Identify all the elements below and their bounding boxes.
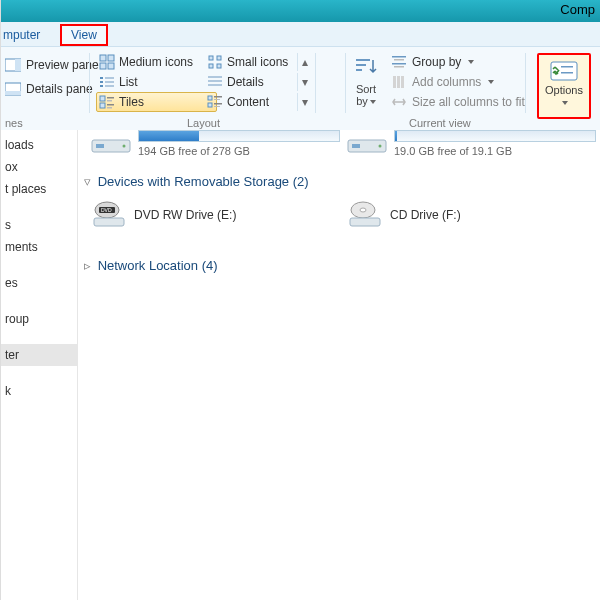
options-icon [550,61,578,81]
svg-point-48 [123,145,126,148]
svg-rect-27 [208,96,212,100]
chevron-down-icon [468,60,474,64]
svg-rect-18 [208,76,222,78]
cd-drive-icon [346,200,384,230]
separator-2 [315,53,316,113]
svg-rect-28 [214,96,222,98]
navigation-pane[interactable]: loads ox t places s ments es roup ter k [1,130,78,600]
body: loads ox t places s ments es roup ter k [1,130,600,600]
svg-rect-36 [392,56,406,58]
svg-rect-19 [208,80,222,82]
separator-1 [89,53,90,113]
category-removable[interactable]: ▿ Devices with Removable Storage (2) [82,174,309,189]
chevron-down-icon [562,101,568,105]
layout-expand[interactable]: ▾ [297,93,312,111]
svg-rect-29 [214,99,220,100]
svg-rect-15 [105,81,114,83]
svg-rect-55 [94,218,124,226]
medium-icons-icon [99,54,115,70]
group-by-button[interactable]: Group by [391,53,474,71]
ribbon: Preview pane Details pane nes Medium ico… [1,47,600,132]
svg-rect-26 [107,107,112,109]
group-by-icon [391,54,407,70]
svg-rect-8 [209,56,213,60]
svg-rect-23 [107,100,112,102]
svg-rect-41 [397,76,400,88]
separator-4 [525,53,526,113]
svg-rect-3 [5,91,21,95]
drive-tile[interactable]: 19.0 GB free of 19.1 GB [346,130,596,158]
chevron-down-icon [488,80,494,84]
svg-rect-6 [100,63,106,69]
details-pane-button[interactable]: Details pane [5,79,93,99]
device-dvd[interactable]: DVD DVD RW Drive (E:) [90,200,310,234]
svg-rect-4 [100,55,106,61]
svg-rect-22 [107,97,114,99]
layout-scroll-down[interactable]: ▾ [297,73,312,91]
chevron-down-icon [370,100,376,104]
svg-rect-14 [100,81,103,83]
svg-rect-33 [356,59,370,61]
separator-3 [345,53,346,113]
panes-group-label: nes [5,117,23,129]
preview-pane-button[interactable]: Preview pane [5,55,99,75]
details-pane-icon [5,81,21,97]
size-columns-button[interactable]: Size all columns to fit [391,93,525,111]
hdd-icon [90,130,132,158]
nav-item[interactable]: ox [1,156,77,178]
layout-group-label: Layout [187,117,220,129]
svg-text:DVD: DVD [101,207,112,213]
svg-point-51 [379,145,382,148]
dvd-drive-icon: DVD [90,200,128,230]
sort-icon [353,55,379,81]
add-columns-button[interactable]: Add columns [391,73,494,91]
svg-rect-20 [208,84,222,86]
svg-point-57 [360,208,366,212]
svg-rect-31 [214,103,222,105]
svg-rect-40 [393,76,396,88]
add-columns-icon [391,74,407,90]
nav-item[interactable]: roup [1,308,77,330]
list-icon [99,74,115,90]
device-cd[interactable]: CD Drive (F:) [346,200,566,234]
collapse-icon[interactable]: ▿ [82,174,92,189]
svg-rect-42 [401,76,404,88]
tiles-icon [99,94,115,110]
tab-computer[interactable]: mputer [0,25,50,45]
svg-rect-38 [392,63,406,65]
nav-item[interactable]: es [1,272,77,294]
svg-rect-50 [352,144,360,148]
size-columns-icon [391,94,407,110]
nav-item[interactable]: s [1,214,77,236]
svg-rect-17 [105,85,114,87]
svg-rect-34 [356,64,366,66]
layout-tiles[interactable]: Tiles [96,92,217,112]
svg-rect-13 [105,77,114,79]
drive-free-text: 194 GB free of 278 GB [138,145,250,157]
layout-scroll-up[interactable]: ▴ [297,53,312,71]
svg-rect-32 [214,106,220,107]
explorer-window: Comp mputer View Preview pane Details pa… [0,0,600,600]
window-title: Comp [560,2,595,17]
svg-rect-21 [100,96,105,101]
nav-item[interactable]: loads [1,134,77,156]
expand-icon[interactable]: ▹ [82,258,92,273]
drive-tile[interactable]: 194 GB free of 278 GB [90,130,340,158]
category-network[interactable]: ▹ Network Location (4) [82,258,218,273]
nav-item[interactable]: ments [1,236,77,258]
svg-rect-35 [356,69,362,71]
svg-rect-30 [208,103,212,107]
nav-item-computer[interactable]: ter [1,344,77,366]
options-button[interactable]: Options [537,53,591,119]
nav-item[interactable]: t places [1,178,77,200]
content-icon [207,94,223,110]
content-pane: 194 GB free of 278 GB 19.0 GB free of 19… [78,130,600,600]
nav-item[interactable]: k [1,380,77,402]
svg-rect-58 [350,218,380,226]
layout-medium-icons[interactable]: Medium icons [97,53,217,71]
svg-rect-44 [561,66,573,68]
svg-rect-1 [15,59,21,71]
sort-by-button[interactable]: Sort by [351,55,381,107]
layout-list[interactable]: List [97,73,217,91]
tab-view[interactable]: View [61,25,107,45]
